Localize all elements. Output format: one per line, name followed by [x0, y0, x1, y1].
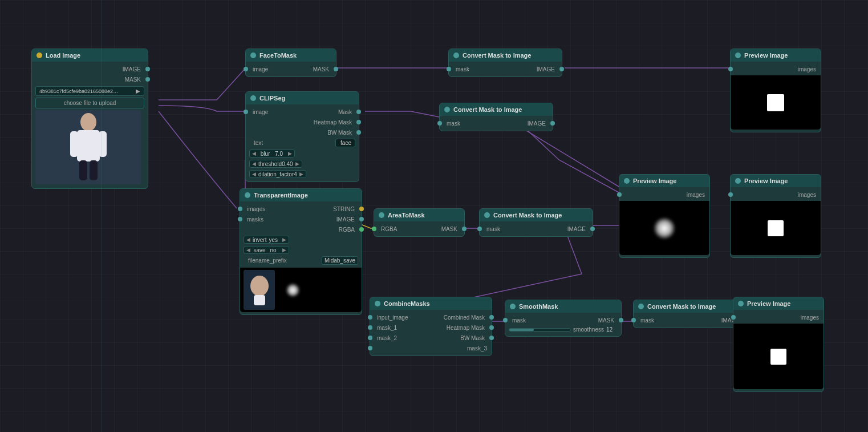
- convert-mask-1-title: Convert Mask to Image: [463, 52, 531, 59]
- image-in-row: image MASK: [246, 64, 336, 74]
- image-in-port[interactable]: [244, 67, 248, 71]
- upload-button[interactable]: choose file to upload: [35, 98, 144, 108]
- heatmap-out-label: Heatmap Mask: [401, 325, 489, 331]
- save-left[interactable]: ◀: [244, 247, 253, 253]
- combine-masks-header: CombineMasks: [370, 297, 492, 310]
- dilation-stepper[interactable]: ◀ dilation_factor 4 ▶: [249, 170, 306, 178]
- smooth-mask-node: SmoothMask mask MASK smoothness 12: [505, 300, 622, 337]
- mask2-row: mask_2 BW Mask: [370, 333, 492, 343]
- masks-in-row: masks IMAGE: [240, 214, 362, 224]
- save-right[interactable]: ▶: [280, 247, 289, 253]
- smoothness-label: smoothness: [573, 326, 604, 333]
- transparent-preview: [240, 268, 362, 312]
- input-image-port[interactable]: [368, 315, 372, 320]
- smoothness-value: 12: [606, 326, 618, 333]
- images-label: images: [682, 192, 709, 198]
- preview-image-2-title: Preview Image: [633, 177, 676, 184]
- images-in-port[interactable]: [728, 192, 733, 197]
- mask-port[interactable]: [356, 110, 361, 114]
- threshold-left-arrow[interactable]: ◀: [250, 160, 258, 167]
- blur-stepper[interactable]: ◀ blur 7.0 ▶: [249, 150, 295, 158]
- mask3-row: mask_3: [370, 343, 492, 353]
- mask-out-port[interactable]: [334, 67, 338, 71]
- threshold-label: threshold: [258, 161, 282, 167]
- combine-masks-body: input_image Combined Mask mask_1 Heatmap…: [370, 310, 492, 356]
- rgba-out-port[interactable]: [359, 227, 364, 232]
- mask-in-port[interactable]: [503, 318, 508, 322]
- preview-image-2-node: Preview Image images: [619, 174, 710, 258]
- clipseg-title: CLIPSeg: [259, 95, 285, 102]
- image-out-port[interactable]: [559, 67, 564, 71]
- images-in-port[interactable]: [617, 192, 622, 197]
- dilation-right-arrow[interactable]: ▶: [297, 171, 306, 177]
- node-dot: [624, 178, 630, 184]
- string-out-label: STRING: [270, 206, 359, 212]
- images-in-port[interactable]: [238, 207, 242, 211]
- mask-port[interactable]: [145, 77, 150, 82]
- mask-in-port[interactable]: [631, 318, 636, 322]
- node-dot: [444, 107, 450, 112]
- blob-preview: [653, 217, 676, 240]
- file-selector[interactable]: 4b9381c7fd5cfe9ba02165088e2ec94 (1).jpg …: [35, 86, 144, 96]
- images-in-port[interactable]: [728, 67, 733, 71]
- mask-in-port[interactable]: [447, 67, 451, 71]
- node-dot: [735, 178, 741, 184]
- mask2-port[interactable]: [368, 336, 372, 340]
- blur-right-arrow[interactable]: ▶: [286, 150, 294, 157]
- threshold-stepper[interactable]: ◀ threshold 0.40 ▶: [249, 160, 302, 168]
- invert-left[interactable]: ◀: [244, 236, 253, 243]
- image-in-port[interactable]: [244, 110, 248, 114]
- preview-image-2-body: images: [619, 187, 709, 257]
- images-in-port[interactable]: [731, 315, 736, 320]
- heatmap-port[interactable]: [356, 120, 361, 124]
- face-to-mask-body: image MASK: [246, 62, 336, 76]
- invert-stepper[interactable]: ◀ invert yes ▶: [244, 236, 289, 244]
- text-value[interactable]: face: [335, 139, 355, 147]
- preview-1-image: [731, 75, 821, 130]
- combined-mask-port[interactable]: [489, 315, 494, 320]
- mask-in-port[interactable]: [477, 227, 482, 231]
- invert-right[interactable]: ▶: [280, 236, 289, 243]
- image-port[interactable]: [145, 67, 150, 71]
- convert-mask-4-body: mask IMAGE: [634, 313, 747, 328]
- mask-out-port[interactable]: [619, 318, 623, 322]
- mask3-port[interactable]: [368, 346, 372, 350]
- image-in-label: image: [248, 66, 273, 72]
- svg-rect-1: [77, 130, 100, 162]
- image-out-port[interactable]: [359, 217, 364, 221]
- images-label: images: [793, 192, 821, 198]
- threshold-right-arrow[interactable]: ▶: [293, 160, 302, 167]
- vertical-divider: [102, 0, 102, 432]
- images-in-row: images STRING: [240, 204, 362, 214]
- heatmap-out-port[interactable]: [489, 325, 494, 330]
- save-stepper[interactable]: ◀ save no ▶: [244, 246, 289, 254]
- dilation-left-arrow[interactable]: ◀: [250, 171, 258, 177]
- svg-point-0: [80, 113, 96, 131]
- string-out-port[interactable]: [359, 207, 364, 211]
- threshold-value: 0.40: [282, 161, 293, 167]
- convert-mask-2-header: Convert Mask to Image: [440, 103, 553, 116]
- image-out-port[interactable]: [590, 227, 595, 231]
- image-in-row: image Mask: [246, 107, 359, 117]
- mask-in-port[interactable]: [437, 121, 442, 126]
- transparent-image-title: TransparentImage: [254, 192, 308, 199]
- filename-value[interactable]: Midab_save: [322, 256, 358, 265]
- masks-in-port[interactable]: [238, 217, 242, 221]
- smoothness-slider[interactable]: [509, 328, 571, 332]
- blur-left-arrow[interactable]: ◀: [250, 150, 258, 157]
- mask-out-label: Mask: [273, 109, 356, 115]
- invert-value: yes: [266, 237, 280, 243]
- node-canvas[interactable]: Load Image IMAGE MASK 4b9381c7fd5cfe9ba0…: [0, 0, 868, 432]
- save-value: no: [266, 247, 280, 253]
- rgba-in-port[interactable]: [372, 227, 376, 231]
- mask-out-port[interactable]: [462, 227, 467, 231]
- bwmask-port[interactable]: [356, 130, 361, 135]
- mask1-port[interactable]: [368, 325, 372, 330]
- bw-mask-port[interactable]: [489, 336, 494, 340]
- image-out-port[interactable]: [550, 121, 555, 126]
- load-image-node: Load Image IMAGE MASK 4b9381c7fd5cfe9ba0…: [31, 49, 148, 189]
- image-out-label: IMAGE: [474, 66, 559, 72]
- node-dot: [484, 212, 490, 218]
- node-dot: [453, 53, 459, 58]
- mask-in-row: mask IMAGE: [480, 224, 593, 234]
